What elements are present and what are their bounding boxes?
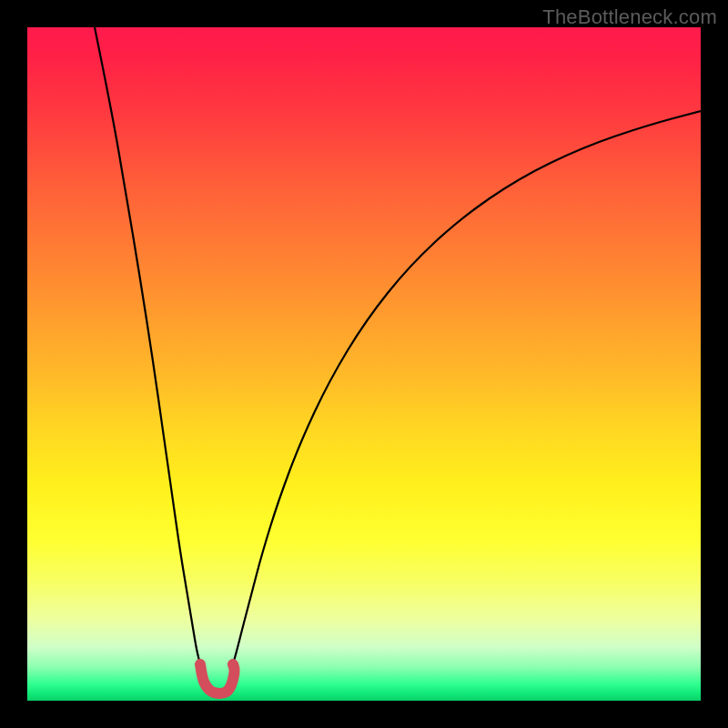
chart-frame: TheBottleneck.com: [0, 0, 728, 728]
plot-area: [27, 27, 701, 701]
heat-gradient-background: [27, 27, 701, 701]
watermark-text: TheBottleneck.com: [542, 5, 717, 29]
